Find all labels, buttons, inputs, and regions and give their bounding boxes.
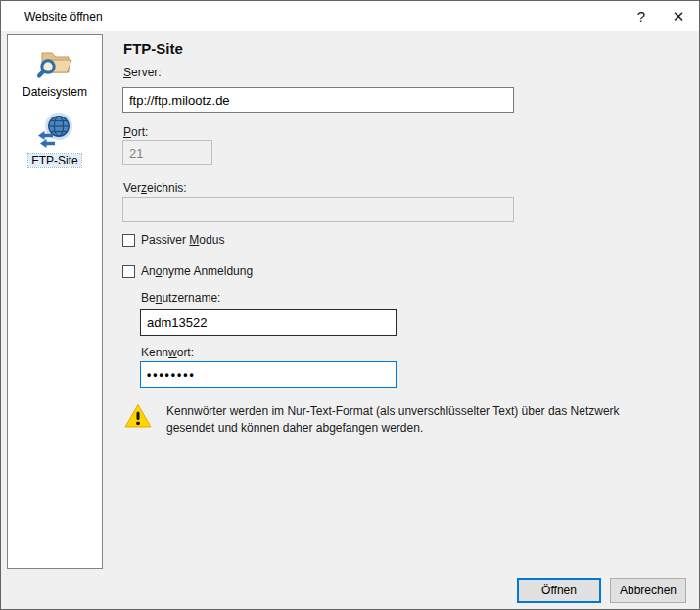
username-input[interactable] [140,309,397,336]
label-post: eichnis: [147,181,187,195]
server-input[interactable] [122,87,514,113]
cancel-button[interactable]: Abbrechen [610,578,686,603]
label-mnemonic: w [168,346,177,359]
directory-label: Verzeichnis: [123,181,187,195]
server-label: Server: [123,66,162,79]
open-website-dialog: Website öffnen ? ✕ Dateisystem [0,0,700,610]
label-post: utzername: [162,291,220,305]
password-warning: Kennwörter werden im Nur-Text-Format (al… [123,400,648,437]
label-post: nyme Anmeldung [162,264,253,278]
port-label: Port: [123,125,148,139]
label-pre: Passiver [141,233,189,247]
help-button[interactable]: ? [625,1,658,31]
window-title: Website öffnen [24,10,103,23]
label-pre: An [141,264,156,278]
directory-input [122,197,514,222]
label-pre: Be [141,291,156,305]
password-label: Kennwort: [141,346,194,359]
sidebar-item-label: FTP-Site [28,154,80,167]
sidebar-item-dateisystem[interactable]: Dateisystem [8,41,102,99]
warning-text: Kennwörter werden im Nur-Text-Format (al… [166,400,648,437]
label-pre: Ver [123,181,141,195]
close-button[interactable]: ✕ [662,1,695,31]
label-post: ort: [131,125,148,139]
folder-search-icon [33,41,76,84]
label-pre: Kenn [141,346,168,359]
open-button[interactable]: Öffnen [517,578,601,603]
label-mnemonic: S [123,66,131,79]
page-title: FTP-Site [123,40,183,57]
sidebar-item-ftp-site[interactable]: FTP-Site [8,110,102,167]
port-input [122,140,212,165]
anonymous-login-label: Anonyme Anmeldung [141,264,253,278]
checkbox-box[interactable] [122,234,135,247]
location-sidebar: Dateisystem FTP-Site [7,34,103,569]
passive-mode-label: Passiver Modus [141,233,224,247]
username-label: Benutzername: [141,291,220,305]
sidebar-item-label: Dateisystem [20,85,90,99]
warning-triangle-icon [123,402,153,430]
label-post: erver: [131,66,162,79]
title-bar: Website öffnen ? ✕ [1,1,699,31]
label-mnemonic: M [189,233,199,247]
checkbox-box[interactable] [122,265,135,278]
anonymous-login-checkbox[interactable]: Anonyme Anmeldung [122,264,253,278]
password-input[interactable] [140,361,397,388]
ftp-globe-icon [33,110,76,153]
label-post: odus [199,233,224,247]
label-mnemonic: P [123,125,131,139]
passive-mode-checkbox[interactable]: Passiver Modus [122,233,224,247]
label-post: ort: [177,346,194,359]
